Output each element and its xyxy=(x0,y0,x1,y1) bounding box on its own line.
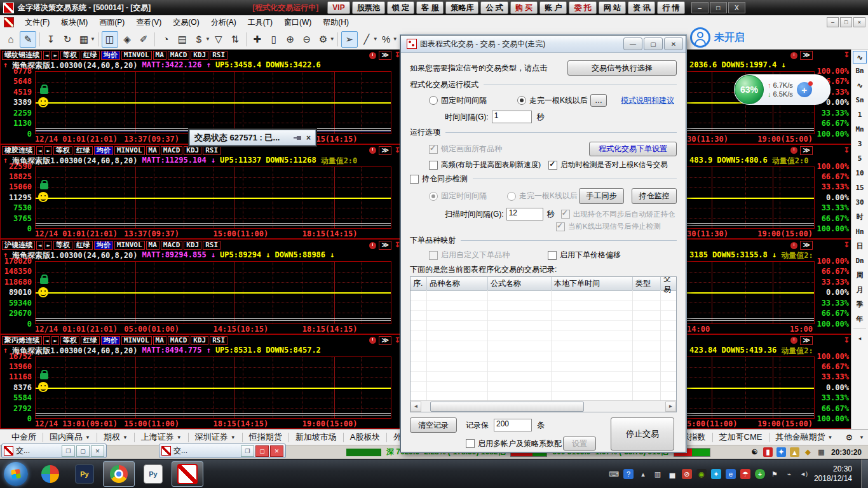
signal-select-button[interactable]: 交易信号执行选择 xyxy=(567,60,677,76)
maximize-icon[interactable]: ▢ xyxy=(76,445,90,457)
titlebar-button[interactable]: 策略库 xyxy=(445,1,478,14)
star-icon[interactable]: ✦ xyxy=(711,469,721,479)
move-icon[interactable]: ✚ xyxy=(250,32,265,47)
horizontal-scrollbar[interactable]: ◄ ► xyxy=(410,400,676,412)
sort-icon[interactable]: ⇅ xyxy=(227,32,243,47)
mdi-restore-icon[interactable]: □ xyxy=(840,17,852,27)
account-widget[interactable]: 未开启 xyxy=(690,25,745,50)
prev-symbol-icon[interactable]: ◄ xyxy=(36,146,43,155)
anchor-icon[interactable]: ↧ xyxy=(395,336,400,344)
period-button-15[interactable]: 15 xyxy=(852,180,867,195)
checkbox-autofix[interactable]: 出现持仓不同步后自动矫正持仓 xyxy=(561,210,675,219)
chart-plot-area[interactable] xyxy=(35,261,391,324)
menu-item[interactable]: 交易(O) xyxy=(167,17,205,28)
checkbox-price-offset[interactable]: 启用下单价格偏移 xyxy=(548,250,621,261)
period-button-◂[interactable]: ◂ xyxy=(852,331,867,346)
titlebar-button[interactable]: 公 式 xyxy=(480,1,508,14)
period-button-1[interactable]: 1 xyxy=(852,107,867,122)
market-tab-新加坡市场[interactable]: 新加坡市场 xyxy=(289,431,343,443)
chart-symbol-name[interactable]: 聚丙烯连续 xyxy=(2,336,42,345)
expand-icon[interactable]: ≫ xyxy=(379,51,391,60)
titlebar-button[interactable]: 行 情 xyxy=(657,1,684,14)
anchor-icon[interactable]: ↧ xyxy=(844,146,850,154)
indicator-tab[interactable]: KDJ xyxy=(191,51,208,60)
prev-symbol-icon[interactable]: ◄ xyxy=(43,51,50,60)
period-button-Bn[interactable]: Bn xyxy=(852,64,867,78)
download-icon[interactable]: ↧ xyxy=(43,32,58,47)
indicator-tab[interactable]: 红绿 xyxy=(81,51,100,60)
zoom-out-icon[interactable]: ⊖ xyxy=(299,32,315,47)
market-tab-期权[interactable]: 期权▼ xyxy=(97,431,134,443)
network-pc-icon[interactable]: ▥ xyxy=(653,469,663,479)
browser-icon[interactable]: e xyxy=(726,469,736,479)
blocked-icon[interactable]: ⊘ xyxy=(682,469,692,479)
period-button-30[interactable]: 30 xyxy=(852,195,867,210)
close-icon[interactable]: × xyxy=(306,133,311,142)
trading-app-icon[interactable] xyxy=(172,461,203,487)
indicator-tab[interactable]: 红绿 xyxy=(74,241,93,250)
gold-icon[interactable]: ◆ xyxy=(803,447,813,457)
restore-icon[interactable]: ❐ xyxy=(62,445,75,457)
indicator-tab[interactable]: MACD xyxy=(161,146,183,155)
period-button-月[interactable]: 月 xyxy=(852,283,867,297)
minimized-window-1[interactable]: 交... ❐ ▢ ✕ xyxy=(1,444,107,458)
indicator-tab[interactable]: KDJ xyxy=(191,336,208,345)
market-tab-上海证券[interactable]: 上海证券▼ xyxy=(135,431,188,443)
titlebar-button[interactable]: 锁 定 xyxy=(387,1,414,14)
indicator-tab[interactable]: 均价 xyxy=(101,336,120,345)
anchor-icon[interactable]: ↧ xyxy=(395,51,400,59)
settings-gear-icon[interactable]: ⚙ xyxy=(316,32,331,47)
refresh-icon[interactable]: ↻ xyxy=(60,32,75,47)
market-tab-国内商品[interactable]: 国内商品▼ xyxy=(43,431,97,443)
next-symbol-icon[interactable]: ► xyxy=(44,241,51,250)
chart-plot-area[interactable] xyxy=(35,356,391,419)
radio-fixed-interval[interactable]: 固定时间间隔 xyxy=(429,95,487,106)
indicator-tab[interactable]: RSI xyxy=(203,146,220,155)
indicator-tab[interactable]: 均价 xyxy=(101,51,120,60)
edit-icon[interactable]: ✐ xyxy=(136,32,151,47)
indicator-tab[interactable]: MACD xyxy=(161,241,183,250)
anchor-icon[interactable]: ↧ xyxy=(844,241,850,249)
more-tabs-icon[interactable]: ▼ xyxy=(859,435,864,440)
titlebar-button[interactable]: 网 站 xyxy=(599,1,626,14)
period-button-3[interactable]: 3 xyxy=(852,137,867,151)
minimize-icon[interactable]: — xyxy=(623,37,642,50)
lock-icon[interactable] xyxy=(40,278,48,284)
kline-icon[interactable]: ◫ xyxy=(102,31,118,48)
menu-item[interactable]: 查看(V) xyxy=(130,17,167,28)
checkbox-custom-symbol[interactable]: 启用自定义下单品种 xyxy=(429,250,510,261)
indicator-tab[interactable]: MA xyxy=(153,336,166,345)
indicator-tab[interactable]: 红绿 xyxy=(81,336,100,345)
titlebar-button[interactable]: 资 讯 xyxy=(628,1,655,14)
table-header-品种名称[interactable]: 品种名称 xyxy=(427,277,488,290)
radio-sync-fixed[interactable]: 固定时间间隔 xyxy=(429,191,487,201)
money-icon[interactable]: $ xyxy=(191,32,207,47)
clock-icon[interactable] xyxy=(369,147,376,154)
trendline-icon[interactable]: ╱ xyxy=(359,32,374,47)
report-icon[interactable]: ▤ xyxy=(175,32,190,47)
expand-icon[interactable]: ≫ xyxy=(379,241,391,250)
period-button-Hn[interactable]: Hn xyxy=(852,224,867,239)
period-button-Mn[interactable]: Mn xyxy=(852,122,867,137)
indicator-tab[interactable]: MA xyxy=(146,146,159,155)
help-icon[interactable]: ? xyxy=(623,469,634,479)
lock-icon[interactable] xyxy=(40,183,48,189)
stop-trading-button[interactable]: 停止交易 xyxy=(611,417,674,451)
indicator-tab[interactable]: 等权 xyxy=(53,146,72,155)
indicator-tab[interactable]: MA xyxy=(146,241,159,250)
checkbox-multi-account[interactable]: 启用多帐户及策略系数配 xyxy=(466,438,562,449)
menu-item[interactable]: 画面(P) xyxy=(93,17,130,28)
period-button-Sn[interactable]: Sn xyxy=(852,93,867,107)
chart-plot-area[interactable] xyxy=(35,71,391,134)
anchor-icon[interactable]: ↧ xyxy=(844,51,850,59)
titlebar-button[interactable]: 购 买 xyxy=(510,1,538,14)
menu-item[interactable]: 板块(M) xyxy=(55,17,93,28)
indicator-tab[interactable]: MINVOL xyxy=(114,241,145,250)
period-button-季[interactable]: 季 xyxy=(852,297,867,312)
indicator-tab[interactable]: MACD xyxy=(168,51,190,60)
prev-symbol-icon[interactable]: ◄ xyxy=(36,241,43,250)
restore-icon[interactable]: ▢ xyxy=(644,37,663,50)
period-button-5[interactable]: 5 xyxy=(852,151,867,166)
chart-symbol-name[interactable]: 螺纹钢连续 xyxy=(2,51,42,60)
net-speed-widget[interactable]: 63% ↑6.7K/s ↓6.5K/s + xyxy=(734,74,831,105)
